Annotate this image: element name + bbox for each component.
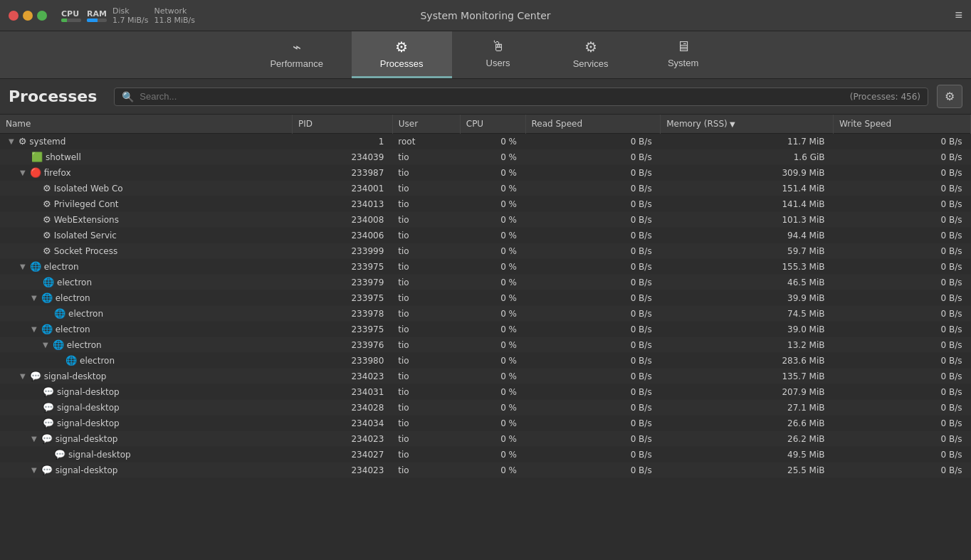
table-row[interactable]: 💬signal-desktop234031tio0 %0 B/s207.9 Mi… <box>0 384 971 400</box>
col-memory-cell: 1.6 GiB <box>661 149 834 165</box>
col-read-cell: 0 B/s <box>525 400 661 416</box>
table-row[interactable]: ▼💬signal-desktop234023tio0 %0 B/s26.2 Mi… <box>0 431 971 447</box>
expand-icon[interactable]: ▼ <box>20 263 26 270</box>
settings-button[interactable]: ⚙ <box>937 85 962 108</box>
table-row[interactable]: 🌐electron233979tio0 %0 B/s46.5 MiB0 B/s <box>0 275 971 290</box>
col-memory-cell: 39.0 MiB <box>661 322 834 337</box>
tab-processes-label: Processes <box>380 58 424 69</box>
col-user-cell: tio <box>392 243 460 259</box>
page-header: Processes 🔍 (Processes: 456) ⚙ <box>0 79 971 115</box>
table-row[interactable]: ⚙Privileged Cont234013tio0 %0 B/s141.4 M… <box>0 196 971 212</box>
col-user[interactable]: User <box>392 115 460 134</box>
minimize-button[interactable] <box>23 11 33 21</box>
ram-bar <box>87 19 107 22</box>
col-memory-cell: 94.4 MiB <box>661 228 834 243</box>
table-row[interactable]: ▼🌐electron233975tio0 %0 B/s39.9 MiB0 B/s <box>0 290 971 306</box>
table-row[interactable]: ▼💬signal-desktop234023tio0 %0 B/s25.5 Mi… <box>0 463 971 478</box>
col-read-cell: 0 B/s <box>525 134 661 149</box>
process-icon: ⚙ <box>43 230 51 241</box>
col-memory-cell: 13.2 MiB <box>661 337 834 353</box>
col-pid-cell: 234034 <box>292 416 392 431</box>
col-user-cell: tio <box>392 322 460 337</box>
tab-services[interactable]: ⚙ Services <box>545 31 637 78</box>
expand-icon[interactable]: ▼ <box>43 341 48 349</box>
table-row[interactable]: 💬signal-desktop234034tio0 %0 B/s26.6 MiB… <box>0 416 971 431</box>
col-cpu-cell: 0 % <box>460 212 525 228</box>
expand-icon[interactable]: ▼ <box>31 435 37 443</box>
col-memory-cell: 27.1 MiB <box>661 400 834 416</box>
col-memory-cell: 309.9 MiB <box>661 165 834 181</box>
tab-performance-label: Performance <box>270 58 322 69</box>
process-name-cell: ▼💬signal-desktop <box>0 369 292 384</box>
col-cpu-cell: 0 % <box>460 243 525 259</box>
col-cpu-cell: 0 % <box>460 181 525 196</box>
expand-icon[interactable]: ▼ <box>9 137 14 145</box>
process-icon: 🌐 <box>53 339 64 350</box>
process-name-cell: 💬signal-desktop <box>0 400 292 416</box>
table-row[interactable]: 🌐electron233978tio0 %0 B/s74.5 MiB0 B/s <box>0 306 971 322</box>
window-controls <box>0 11 47 21</box>
col-read-cell: 0 B/s <box>525 431 661 447</box>
table-row[interactable]: ▼💬signal-desktop234023tio0 %0 B/s135.7 M… <box>0 369 971 384</box>
col-user-cell: tio <box>392 431 460 447</box>
table-row[interactable]: ▼⚙systemd1root0 %0 B/s11.7 MiB0 B/s <box>0 134 971 149</box>
table-row[interactable]: 🌐electron233980tio0 %0 B/s283.6 MiB0 B/s <box>0 353 971 369</box>
expand-icon[interactable]: ▼ <box>20 372 26 380</box>
tab-users[interactable]: 🖱 Users <box>452 31 545 78</box>
col-read-cell: 0 B/s <box>525 463 661 478</box>
table-header: Name PID User CPU Read Speed Memory (RSS… <box>0 115 971 134</box>
users-icon: 🖱 <box>491 38 505 55</box>
maximize-button[interactable] <box>37 11 47 21</box>
table-row[interactable]: ▼🌐electron233975tio0 %0 B/s39.0 MiB0 B/s <box>0 322 971 337</box>
table-row[interactable]: ▼🔴firefox233987tio0 %0 B/s309.9 MiB0 B/s <box>0 165 971 181</box>
expand-icon[interactable]: ▼ <box>20 169 26 176</box>
expand-icon[interactable]: ▼ <box>31 466 37 474</box>
col-pid-cell: 234023 <box>292 463 392 478</box>
tab-users-label: Users <box>486 58 510 68</box>
col-cpu-cell: 0 % <box>460 196 525 212</box>
col-read-speed[interactable]: Read Speed <box>525 115 661 134</box>
table-row[interactable]: ⚙WebExtensions234008tio0 %0 B/s101.3 MiB… <box>0 212 971 228</box>
col-cpu-cell: 0 % <box>460 463 525 478</box>
expand-icon[interactable]: ▼ <box>31 325 37 333</box>
col-name[interactable]: Name <box>0 115 292 134</box>
tab-processes[interactable]: ⚙ Processes <box>352 31 452 78</box>
table-row[interactable]: ▼🌐electron233976tio0 %0 B/s13.2 MiB0 B/s <box>0 337 971 353</box>
process-name-cell: ⚙Isolated Servic <box>0 228 292 243</box>
col-memory[interactable]: Memory (RSS) <box>661 115 834 134</box>
close-button[interactable] <box>9 11 19 21</box>
menu-button[interactable]: ≡ <box>955 8 962 23</box>
process-name: Socket Process <box>54 246 118 256</box>
cpu-label: CPU <box>61 9 79 19</box>
col-user-cell: tio <box>392 400 460 416</box>
table-row[interactable]: ⚙Isolated Servic234006tio0 %0 B/s94.4 Mi… <box>0 228 971 243</box>
process-name: electron <box>56 293 90 303</box>
table-row[interactable]: ▼🌐electron233975tio0 %0 B/s155.3 MiB0 B/… <box>0 259 971 275</box>
process-name: signal-desktop <box>57 403 120 413</box>
col-cpu-cell: 0 % <box>460 228 525 243</box>
col-cpu[interactable]: CPU <box>460 115 525 134</box>
col-pid-cell: 233975 <box>292 290 392 306</box>
table-row[interactable]: ⚙Socket Process233999tio0 %0 B/s59.7 MiB… <box>0 243 971 259</box>
expand-icon[interactable]: ▼ <box>31 294 37 302</box>
table-row[interactable]: 💬signal-desktop234027tio0 %0 B/s49.5 MiB… <box>0 447 971 463</box>
col-read-cell: 0 B/s <box>525 275 661 290</box>
col-user-cell: tio <box>392 337 460 353</box>
tab-performance[interactable]: ⌁ Performance <box>241 31 351 78</box>
nav-tabs: ⌁ Performance ⚙ Processes 🖱 Users ⚙ Serv… <box>0 31 971 79</box>
col-memory-cell: 46.5 MiB <box>661 275 834 290</box>
col-write-cell: 0 B/s <box>834 228 971 243</box>
table-row[interactable]: ⚙Isolated Web Co234001tio0 %0 B/s151.4 M… <box>0 181 971 196</box>
table-row[interactable]: 💬signal-desktop234028tio0 %0 B/s27.1 MiB… <box>0 400 971 416</box>
table-row[interactable]: 🟩shotwell234039tio0 %0 B/s1.6 GiB0 B/s <box>0 149 971 165</box>
col-pid[interactable]: PID <box>292 115 392 134</box>
tab-system[interactable]: 🖥 System <box>637 31 730 78</box>
col-read-cell: 0 B/s <box>525 322 661 337</box>
process-icon: 🌐 <box>43 277 54 287</box>
disk-speed: 1.7 MiB/s <box>112 16 149 25</box>
col-write-speed[interactable]: Write Speed <box>834 115 971 134</box>
col-read-cell: 0 B/s <box>525 447 661 463</box>
search-input[interactable] <box>140 91 844 102</box>
network-label: Network <box>154 6 187 16</box>
network-stat: Network 11.8 MiB/s <box>154 6 196 25</box>
